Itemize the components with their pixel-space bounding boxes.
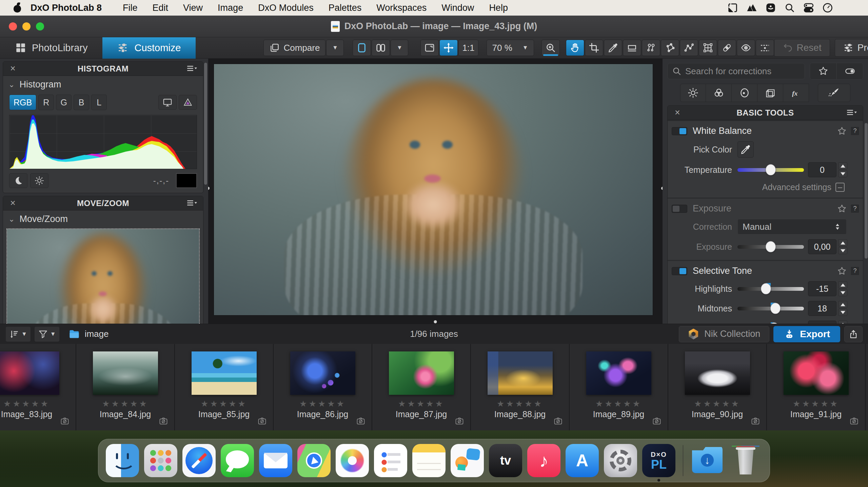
exposure-toggle[interactable] [672,205,687,213]
temperature-slider[interactable] [737,164,804,176]
selective-tone-toggle[interactable] [672,267,687,275]
star-rating[interactable]: ★★★★★ [595,399,642,409]
dock-icon-finder[interactable] [106,444,139,477]
help-icon[interactable]: ? [850,204,860,213]
image-viewer[interactable] [208,59,663,324]
category-button-fx[interactable]: fx [783,84,809,102]
menu-item[interactable]: Help [481,0,515,16]
thumbnail-image[interactable] [0,351,59,395]
dock-icon-maps[interactable] [297,444,331,477]
dock-icon-mail[interactable] [259,444,292,477]
filmstrip-item-Image_86.jpg[interactable]: ★★★★★ Image_86.jpg [274,344,372,430]
menubar-app-name[interactable]: DxO PhotoLab 8 [31,3,102,13]
left-panel-resize-handle[interactable] [208,187,210,190]
dock-icon-settings[interactable] [604,444,637,477]
slider-thumb[interactable] [766,164,776,176]
tool-button-control-line[interactable] [680,40,698,56]
ratio-1-1-button[interactable]: 1:1 [458,40,478,56]
palette-menu-icon[interactable] [185,64,198,74]
palette-menu-icon[interactable] [185,198,198,208]
share-button[interactable] [844,326,863,342]
hand-tool-button[interactable] [566,40,584,56]
star-rating[interactable]: ★★★★★ [793,399,839,409]
help-icon[interactable]: ? [850,126,860,136]
increment-button[interactable] [838,321,847,324]
dock-icon-downloads[interactable] [691,444,724,477]
right-panel-resize-handle[interactable] [661,187,663,190]
main-image[interactable] [214,64,653,315]
monitor-gamut-button[interactable] [158,95,177,110]
exposure-value[interactable]: 0,00 [808,239,836,254]
category-button-sun[interactable] [680,84,706,102]
dock-icon-messages[interactable] [221,444,254,477]
filmstrip-item-Image_83.jpg[interactable]: ★★★★★ Image_83.jpg [0,344,76,430]
reset-button[interactable]: Reset [774,39,830,57]
shadow-clipping-button[interactable] [9,173,27,188]
status-icon[interactable] [803,2,814,14]
white-balance-toggle[interactable] [672,127,687,135]
menu-item[interactable]: DxO Modules [251,0,321,16]
tool-button-perspective-grid[interactable] [699,40,717,56]
dock-icon-notes[interactable] [412,444,446,477]
compare-button[interactable]: Compare [263,40,326,56]
filmstrip-item-Image_88.jpg[interactable]: ★★★★★ Image_88.jpg [471,344,570,430]
slider-thumb[interactable] [761,283,771,295]
view-dropdown-button[interactable]: ▼ [391,40,408,56]
dock-icon-appstore[interactable] [566,444,599,477]
filmstrip-item-Image_89.jpg[interactable]: ★★★★★ Image_89.jpg [570,344,668,430]
pick-color-button[interactable] [737,141,754,158]
dock-icon-music[interactable] [527,444,560,477]
star-rating[interactable]: ★★★★★ [398,399,445,409]
thumbnail-image[interactable] [488,351,553,395]
tone-value[interactable]: 18 [808,301,836,316]
nik-collection-button[interactable]: Nik Collection [679,326,769,342]
zoom-level-dropdown[interactable]: 70 % ▼ [487,40,534,56]
menu-item[interactable]: Edit [145,0,176,16]
search-input[interactable] [685,66,801,77]
movezoom-preview[interactable] [6,228,200,324]
palette-menu-icon[interactable] [845,108,858,118]
tool-button-control-polygon[interactable] [661,40,679,56]
highlight-clipping-button[interactable] [30,173,48,188]
menu-item[interactable]: Image [210,0,251,16]
tool-button-mask-options[interactable] [756,40,774,56]
filmstrip-item-Image_85.jpg[interactable]: ★★★★★ Image_85.jpg [175,344,274,430]
tool-button-horizon[interactable] [623,40,641,56]
slider-thumb[interactable] [770,303,781,314]
status-icon[interactable] [822,2,833,14]
channel-button-R[interactable]: R [38,95,54,110]
star-icon[interactable] [837,204,847,214]
menu-item[interactable]: Palettes [321,0,369,16]
thumbnail-image[interactable] [685,351,750,395]
decrement-button[interactable] [838,309,847,316]
tone-value[interactable]: -15 [808,281,836,296]
export-button[interactable]: Export [773,326,840,342]
right-panel-scrollbar[interactable] [865,123,868,259]
menu-item[interactable]: Workspaces [369,0,434,16]
filmstrip-item-Image_84.jpg[interactable]: ★★★★★ Image_84.jpg [76,344,175,430]
corrections-search[interactable] [667,63,805,79]
dock-icon-launchpad[interactable] [144,444,177,477]
collapse-icon[interactable] [835,183,845,192]
bottom-resize-handle[interactable] [434,320,437,323]
close-icon[interactable]: × [8,64,18,74]
star-rating[interactable]: ★★★★★ [299,399,346,409]
apple-menu-icon[interactable] [13,3,22,13]
slider-thumb[interactable] [766,241,776,252]
tone-slider[interactable] [737,283,804,295]
tool-button-eyedropper[interactable] [604,40,622,56]
channel-button-L[interactable]: L [91,95,107,110]
tone-value[interactable]: 10 [808,321,836,324]
thumbnail-image[interactable] [192,351,257,395]
channel-button-RGB[interactable]: RGB [9,95,36,110]
star-rating[interactable]: ★★★★★ [694,399,741,409]
left-panel-scrollbar[interactable] [204,63,207,185]
move-tool-button[interactable] [439,40,458,56]
tool-button-control-point[interactable] [642,40,660,56]
dock-icon-reminders[interactable] [374,444,407,477]
tool-button-eye[interactable] [737,40,755,56]
advanced-settings-row[interactable]: Advanced settings [668,180,863,194]
decrement-button[interactable] [838,289,847,296]
color-profile-button[interactable] [179,95,197,110]
dock-icon-trash[interactable] [729,444,762,477]
